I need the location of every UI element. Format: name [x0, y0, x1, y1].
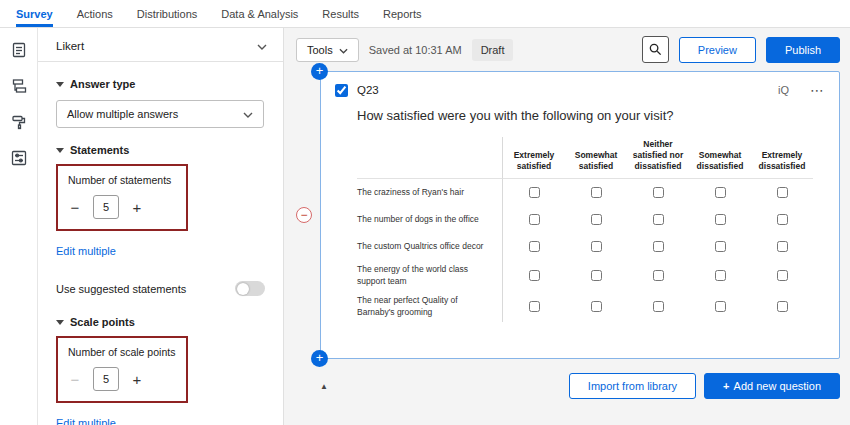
- nav-tab-reports[interactable]: Reports: [383, 0, 422, 27]
- matrix-checkbox[interactable]: [591, 214, 602, 225]
- matrix-row-label[interactable]: The craziness of Ryan's hair: [357, 179, 503, 206]
- matrix-cell: [751, 260, 813, 291]
- matrix-cell: [689, 291, 751, 322]
- iq-badge[interactable]: iQ: [778, 84, 789, 96]
- matrix-checkbox[interactable]: [529, 241, 540, 252]
- question-select-checkbox[interactable]: [335, 84, 348, 97]
- import-from-library-button[interactable]: Import from library: [569, 373, 696, 399]
- matrix-cell: [627, 260, 689, 291]
- nav-tab-actions[interactable]: Actions: [77, 0, 113, 27]
- matrix-checkbox[interactable]: [777, 301, 788, 312]
- publish-button[interactable]: Publish: [766, 37, 840, 63]
- matrix-checkbox[interactable]: [529, 214, 540, 225]
- question-settings-panel: Likert Answer type Allow multiple answer…: [38, 28, 284, 425]
- add-question-below-button[interactable]: +: [311, 350, 328, 367]
- scale-points-section-header[interactable]: Scale points: [56, 316, 265, 328]
- question-type-select[interactable]: Likert: [38, 31, 283, 62]
- matrix-checkbox[interactable]: [591, 301, 602, 312]
- statements-section-header[interactable]: Statements: [56, 144, 265, 156]
- decrease-statements-button[interactable]: −: [68, 200, 82, 215]
- matrix-cell: [689, 179, 751, 206]
- matrix-checkbox[interactable]: [777, 270, 788, 281]
- matrix-checkbox[interactable]: [777, 241, 788, 252]
- matrix-checkbox[interactable]: [653, 301, 664, 312]
- matrix-checkbox[interactable]: [591, 270, 602, 281]
- question-block-wrapper: + − + Q23 iQ ⋯ How satisfied were you wi…: [320, 71, 840, 359]
- statements-title: Statements: [70, 144, 129, 156]
- matrix-checkbox[interactable]: [715, 270, 726, 281]
- statements-stepper: − 5 +: [68, 195, 176, 219]
- scale-points-count-value[interactable]: 5: [93, 367, 119, 391]
- nav-tab-survey[interactable]: Survey: [16, 0, 53, 27]
- tools-menu-button[interactable]: Tools: [296, 38, 359, 62]
- statements-count-value[interactable]: 5: [93, 195, 119, 219]
- matrix-row-label[interactable]: The custom Qualtrics office decor: [357, 233, 503, 260]
- matrix-checkbox[interactable]: [529, 270, 540, 281]
- matrix-checkbox[interactable]: [715, 187, 726, 198]
- survey-options-icon[interactable]: [9, 148, 29, 168]
- matrix-cell: [627, 179, 689, 206]
- add-new-question-label: Add new question: [734, 380, 821, 392]
- preview-button[interactable]: Preview: [679, 37, 756, 63]
- chevron-down-icon: [339, 44, 348, 56]
- matrix-checkbox[interactable]: [653, 214, 664, 225]
- matrix-cell: [689, 260, 751, 291]
- scale-points-count-label: Number of scale points: [68, 346, 176, 358]
- remove-question-button[interactable]: −: [296, 207, 312, 223]
- chevron-down-icon: [243, 108, 253, 120]
- question-text[interactable]: How satisfied were you with the followin…: [357, 108, 825, 123]
- toggle-knob: [237, 283, 249, 295]
- matrix-checkbox[interactable]: [529, 187, 540, 198]
- add-new-question-button[interactable]: +Add new question: [704, 373, 840, 399]
- matrix-column-header: Extremely dissatisfied: [751, 137, 813, 179]
- top-nav: Survey Actions Distributions Data & Anal…: [0, 0, 850, 28]
- matrix-cell: [565, 291, 627, 322]
- matrix-cell: [751, 179, 813, 206]
- survey-builder-icon[interactable]: [9, 40, 29, 60]
- suggested-statements-row: Use suggested statements: [56, 281, 265, 296]
- matrix-checkbox[interactable]: [715, 301, 726, 312]
- collapse-question-button[interactable]: ▲: [320, 382, 328, 391]
- search-button[interactable]: [642, 36, 669, 63]
- edit-multiple-statements-link[interactable]: Edit multiple: [56, 245, 116, 257]
- nav-tab-distributions[interactable]: Distributions: [137, 0, 198, 27]
- edit-multiple-scale-points-link[interactable]: Edit multiple: [56, 417, 116, 425]
- matrix-column-header: Extremely satisfied: [503, 137, 565, 179]
- increase-statements-button[interactable]: +: [130, 200, 144, 215]
- save-status-text: Saved at 10:31 AM: [369, 44, 462, 56]
- matrix-cell: [503, 291, 565, 322]
- matrix-checkbox[interactable]: [777, 187, 788, 198]
- matrix-cell: [503, 206, 565, 233]
- matrix-checkbox[interactable]: [715, 241, 726, 252]
- nav-tab-data-analysis[interactable]: Data & Analysis: [221, 0, 298, 27]
- matrix-checkbox[interactable]: [777, 214, 788, 225]
- decrease-scale-points-button[interactable]: −: [68, 372, 82, 387]
- editor-toolbar: Tools Saved at 10:31 AM Draft Preview Pu…: [284, 28, 850, 67]
- look-and-feel-icon[interactable]: [9, 112, 29, 132]
- increase-scale-points-button[interactable]: +: [130, 372, 144, 387]
- matrix-checkbox[interactable]: [653, 241, 664, 252]
- chevron-down-icon: [56, 82, 64, 87]
- answer-type-section-header[interactable]: Answer type: [56, 78, 265, 90]
- matrix-row-label[interactable]: The energy of the world class support te…: [357, 260, 503, 291]
- matrix-checkbox[interactable]: [653, 187, 664, 198]
- matrix-row-label[interactable]: The near perfect Quality of Barnaby's gr…: [357, 291, 503, 322]
- matrix-checkbox[interactable]: [653, 270, 664, 281]
- matrix-checkbox[interactable]: [591, 241, 602, 252]
- nav-tab-results[interactable]: Results: [322, 0, 359, 27]
- survey-flow-icon[interactable]: [9, 76, 29, 96]
- question-card[interactable]: Q23 iQ ⋯ How satisfied were you with the…: [320, 71, 840, 359]
- matrix-checkbox[interactable]: [715, 214, 726, 225]
- matrix-cell: [565, 233, 627, 260]
- tools-label: Tools: [307, 44, 333, 56]
- matrix-checkbox[interactable]: [591, 187, 602, 198]
- matrix-checkbox[interactable]: [529, 301, 540, 312]
- chevron-down-icon: [56, 148, 64, 153]
- answer-type-select[interactable]: Allow multiple answers: [56, 100, 264, 128]
- matrix-row-label[interactable]: The number of dogs in the office: [357, 206, 503, 233]
- matrix-cell: [689, 206, 751, 233]
- more-menu-icon[interactable]: ⋯: [810, 82, 825, 98]
- add-question-above-button[interactable]: +: [311, 63, 328, 80]
- suggested-statements-toggle[interactable]: [235, 281, 265, 296]
- draft-status-badge: Draft: [472, 39, 514, 61]
